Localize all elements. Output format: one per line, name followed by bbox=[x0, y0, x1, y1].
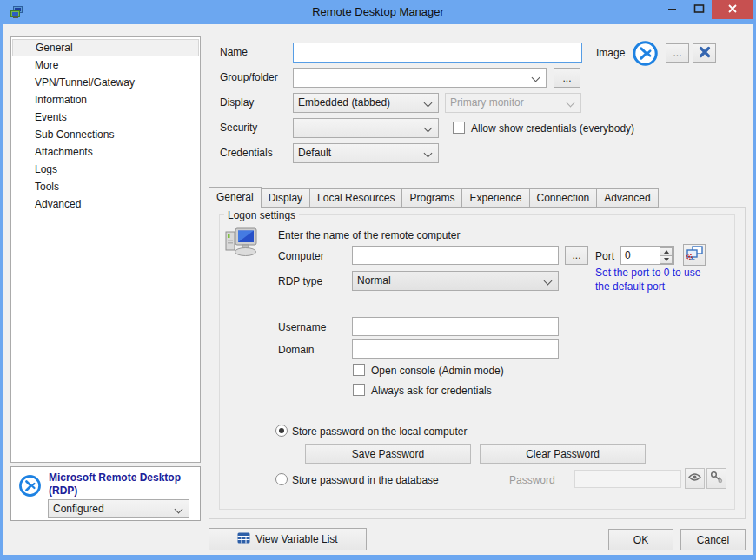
port-hint-line1: Set the port to 0 to use bbox=[595, 267, 700, 279]
open-console-label: Open console (Admin mode) bbox=[371, 365, 504, 377]
spinner-up-button[interactable] bbox=[660, 247, 673, 256]
store-password-database-radio[interactable] bbox=[275, 473, 288, 485]
view-variable-list-button[interactable]: View Variable List bbox=[209, 528, 367, 550]
port-value: 0 bbox=[625, 249, 631, 261]
window-title: Remote Desktop Manager bbox=[0, 5, 756, 18]
port-label: Port bbox=[595, 250, 614, 262]
monitor-combo: Primary monitor bbox=[445, 93, 581, 113]
security-combo[interactable] bbox=[293, 118, 439, 138]
group-folder-label: Group/folder bbox=[220, 71, 278, 83]
port-scan-button[interactable] bbox=[683, 244, 706, 266]
port-spinner-field[interactable]: 0 bbox=[620, 246, 674, 265]
computer-label: Computer bbox=[278, 250, 324, 262]
chevron-down-icon bbox=[567, 99, 575, 108]
credentials-combo[interactable]: Default bbox=[293, 143, 439, 163]
plugin-title: Microsoft Remote Desktop (RDP) bbox=[49, 471, 195, 497]
titlebar[interactable]: Remote Desktop Manager bbox=[0, 0, 756, 24]
image-browse-button[interactable]: ... bbox=[666, 43, 689, 63]
chevron-down-icon bbox=[424, 149, 433, 158]
minimize-icon bbox=[667, 3, 678, 16]
spinner-down-button[interactable] bbox=[660, 256, 673, 264]
chevron-down-icon bbox=[544, 277, 553, 286]
username-label: Username bbox=[278, 321, 326, 333]
sidebar-item-advanced[interactable]: Advanced bbox=[12, 195, 199, 213]
chevron-down-icon bbox=[424, 99, 433, 108]
image-clear-button[interactable] bbox=[693, 43, 716, 63]
display-label: Display bbox=[220, 96, 254, 109]
tab-experience[interactable]: Experience bbox=[462, 188, 529, 208]
settings-tabstrip: General Display Local Resources Programs… bbox=[209, 187, 659, 208]
clear-password-button[interactable]: Clear Password bbox=[480, 444, 646, 464]
password-label: Password bbox=[509, 474, 555, 486]
rdp-logo-icon bbox=[18, 474, 42, 500]
name-label: Name bbox=[220, 46, 248, 58]
group-folder-browse-button[interactable]: ... bbox=[554, 68, 580, 88]
cancel-button[interactable]: Cancel bbox=[680, 529, 746, 550]
remote-desktop-manager-window: Remote Desktop Manager General More bbox=[0, 0, 756, 560]
tab-local-resources[interactable]: Local Resources bbox=[310, 188, 402, 208]
maximize-button[interactable] bbox=[686, 0, 712, 19]
grid-icon bbox=[237, 532, 250, 546]
tab-display[interactable]: Display bbox=[262, 188, 310, 208]
port-scan-icon bbox=[686, 246, 703, 264]
sidebar-item-more[interactable]: More bbox=[12, 56, 199, 74]
password-generator-button[interactable] bbox=[706, 468, 726, 489]
sidebar-item-logs[interactable]: Logs bbox=[12, 161, 199, 178]
close-button[interactable] bbox=[712, 0, 753, 19]
section-list: General More VPN/Tunnel/Gateway Informat… bbox=[10, 36, 201, 463]
security-label: Security bbox=[220, 122, 257, 134]
rdp-type-label: RDP type bbox=[278, 275, 322, 287]
sidebar-item-sub-connections[interactable]: Sub Connections bbox=[12, 126, 199, 143]
open-console-checkbox[interactable] bbox=[353, 364, 365, 376]
tab-advanced[interactable]: Advanced bbox=[597, 188, 658, 208]
tab-programs[interactable]: Programs bbox=[402, 188, 462, 208]
spinner-up-icon bbox=[664, 250, 669, 254]
store-password-local-label: Store password on the local computer bbox=[292, 425, 467, 438]
maximize-icon bbox=[693, 3, 705, 16]
tab-general[interactable]: General bbox=[209, 187, 262, 208]
allow-show-credentials-checkbox[interactable] bbox=[453, 122, 465, 134]
plugin-status-select[interactable]: Configured bbox=[48, 499, 189, 518]
sidebar-item-information[interactable]: Information bbox=[12, 91, 199, 109]
username-input[interactable] bbox=[352, 317, 559, 336]
password-input bbox=[574, 470, 681, 488]
minimize-button[interactable] bbox=[660, 0, 686, 19]
computer-browse-button[interactable]: ... bbox=[565, 246, 588, 265]
tab-connection[interactable]: Connection bbox=[530, 188, 598, 208]
chevron-down-icon bbox=[424, 124, 433, 133]
store-password-database-label: Store password in the database bbox=[292, 474, 439, 486]
image-label: Image bbox=[596, 47, 625, 59]
spinner-down-icon bbox=[664, 258, 669, 261]
close-icon bbox=[727, 3, 738, 16]
computer-instruction: Enter the name of the remote computer bbox=[278, 229, 460, 241]
credentials-label: Credentials bbox=[220, 147, 273, 159]
store-password-local-radio[interactable] bbox=[275, 425, 288, 437]
rdp-type-combo[interactable]: Normal bbox=[352, 271, 559, 291]
display-mode-combo[interactable]: Embedded (tabbed) bbox=[293, 93, 439, 113]
eye-icon bbox=[688, 472, 701, 484]
sidebar-item-attachments[interactable]: Attachments bbox=[12, 143, 199, 161]
sidebar-item-general[interactable]: General bbox=[12, 39, 199, 56]
sidebar-item-vpn-tunnel-gateway[interactable]: VPN/Tunnel/Gateway bbox=[12, 74, 199, 91]
computer-input[interactable] bbox=[352, 246, 559, 265]
port-hint-line2: the default port bbox=[595, 280, 665, 293]
domain-label: Domain bbox=[278, 344, 314, 356]
rdp-logo-icon bbox=[632, 40, 659, 69]
chevron-down-icon bbox=[532, 74, 540, 82]
chevron-down-icon bbox=[175, 505, 183, 514]
sidebar-item-tools[interactable]: Tools bbox=[12, 178, 199, 195]
always-ask-credentials-checkbox[interactable] bbox=[353, 384, 365, 396]
name-input[interactable] bbox=[293, 43, 582, 63]
always-ask-credentials-label: Always ask for credentials bbox=[371, 385, 492, 397]
allow-show-credentials-label: Allow show credentials (everybody) bbox=[471, 122, 634, 135]
computer-icon bbox=[224, 227, 259, 260]
clear-image-icon bbox=[699, 46, 711, 61]
key-icon bbox=[710, 471, 723, 486]
ok-button[interactable]: OK bbox=[608, 529, 673, 550]
domain-input[interactable] bbox=[352, 339, 559, 359]
reveal-password-button[interactable] bbox=[685, 468, 705, 489]
logon-settings-title: Logon settings bbox=[224, 209, 299, 221]
sidebar-item-events[interactable]: Events bbox=[12, 109, 199, 126]
group-folder-combo[interactable] bbox=[293, 68, 547, 88]
save-password-button[interactable]: Save Password bbox=[305, 444, 471, 464]
